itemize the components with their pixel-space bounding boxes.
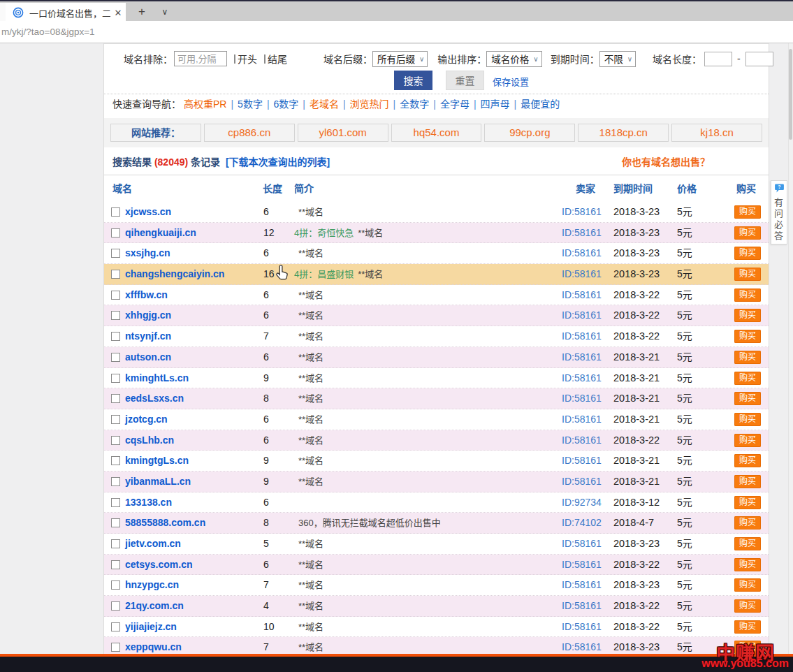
domain-link[interactable]: xfffbw.cn [125, 285, 168, 306]
domain-link[interactable]: qihengkuaiji.cn [125, 223, 196, 244]
domain-link[interactable]: ntsynjf.cn [125, 326, 171, 347]
buy-button[interactable]: 购买 [734, 413, 761, 426]
row-checkbox[interactable] [111, 270, 120, 279]
seller-id-link[interactable]: ID:58161 [562, 388, 602, 409]
seller-id-link[interactable]: ID:58161 [562, 264, 602, 285]
domain-link[interactable]: cetsys.com.cn [125, 555, 193, 576]
domain-link[interactable]: 58855888.com.cn [125, 513, 205, 534]
seller-id-link[interactable]: ID:58161 [562, 347, 602, 368]
buy-button[interactable]: 购买 [734, 537, 761, 550]
address-bar[interactable]: m/ykj/?tao=08&jgpx=1 [0, 21, 793, 43]
quick-nav-link[interactable]: 老域名 [310, 98, 339, 110]
seller-id-link[interactable]: ID:58161 [562, 326, 602, 347]
tab-close-icon[interactable]: ✕ [112, 8, 124, 18]
seller-id-link[interactable]: ID:58161 [562, 596, 602, 617]
scrollbar-track[interactable] [788, 43, 793, 672]
buy-button[interactable]: 购买 [734, 516, 761, 529]
recommend-site-link[interactable]: 1818cp.cn [578, 124, 669, 142]
length-max-input[interactable] [745, 52, 773, 66]
domain-link[interactable]: 21qy.com.cn [125, 596, 184, 617]
row-checkbox[interactable] [111, 415, 120, 424]
domain-link[interactable]: kmingtgLs.cn [125, 451, 189, 472]
domain-link[interactable]: kminghtLs.cn [125, 368, 189, 389]
domain-link[interactable]: eedsLsxs.cn [125, 388, 184, 409]
row-checkbox[interactable] [111, 643, 120, 652]
seller-id-link[interactable]: ID:58161 [562, 555, 602, 576]
seller-id-link[interactable]: ID:58161 [562, 285, 602, 306]
quick-nav-link[interactable]: 6数字 [274, 98, 299, 110]
quick-nav-link[interactable]: 最便宜的 [521, 98, 560, 110]
row-checkbox[interactable] [111, 394, 120, 403]
save-settings-link[interactable]: 保存设置 [493, 75, 529, 88]
buy-button[interactable]: 购买 [734, 247, 761, 260]
buy-button[interactable]: 购买 [734, 558, 761, 571]
row-checkbox[interactable] [111, 456, 120, 465]
recommend-site-link[interactable]: hq54.com [391, 124, 482, 142]
recommend-site-link[interactable]: kj18.cn [671, 124, 762, 142]
seller-id-link[interactable]: ID:58161 [562, 575, 602, 596]
seller-id-link[interactable]: ID:58161 [562, 430, 602, 451]
domain-link[interactable]: xjcwss.cn [125, 202, 171, 223]
row-checkbox[interactable] [111, 539, 120, 548]
buy-button[interactable]: 购买 [734, 434, 761, 447]
domain-link[interactable]: autson.cn [125, 347, 171, 368]
scrollbar-thumb[interactable] [789, 49, 792, 140]
browser-tab[interactable]: 一口价域名出售，二手域名 ✕ [6, 3, 126, 22]
domain-link[interactable]: changshengcaiyin.cn [125, 264, 224, 285]
row-checkbox[interactable] [111, 560, 120, 569]
buy-button[interactable]: 购买 [734, 454, 761, 467]
row-checkbox[interactable] [111, 622, 120, 631]
buy-button[interactable]: 购买 [734, 599, 761, 613]
seller-id-link[interactable]: ID:74102 [562, 513, 602, 534]
domain-link[interactable]: cqsLhb.cn [125, 430, 174, 451]
seller-id-link[interactable]: ID:58161 [562, 617, 602, 638]
row-checkbox[interactable] [111, 332, 120, 341]
suffix-select[interactable]: 所有后缀 ∨ [372, 51, 428, 67]
seller-id-link[interactable]: ID:92734 [562, 492, 602, 513]
exclude-input[interactable] [174, 51, 227, 66]
search-button[interactable]: 搜索 [394, 71, 432, 90]
domain-link[interactable]: yijiajiejz.cn [125, 617, 177, 638]
row-checkbox[interactable] [111, 291, 120, 300]
new-tab-button[interactable]: + [131, 3, 152, 22]
seller-id-link[interactable]: ID:58161 [562, 223, 602, 244]
prefix-checkbox[interactable] [234, 54, 235, 64]
seller-id-link[interactable]: ID:58161 [562, 202, 602, 223]
seller-id-link[interactable]: ID:58161 [562, 305, 602, 326]
seller-id-link[interactable]: ID:58161 [562, 368, 602, 389]
sell-domain-link[interactable]: 你也有域名想出售？ [622, 149, 710, 175]
row-checkbox[interactable] [111, 249, 120, 258]
buy-button[interactable]: 购买 [734, 268, 761, 281]
buy-button[interactable]: 购买 [734, 351, 761, 364]
row-checkbox[interactable] [111, 580, 120, 590]
reset-button[interactable]: 重置 [446, 71, 484, 90]
row-checkbox[interactable] [111, 207, 120, 217]
quick-nav-link[interactable]: 高权重PR [184, 98, 226, 110]
buy-button[interactable]: 购买 [734, 578, 761, 592]
row-checkbox[interactable] [111, 601, 120, 611]
seller-id-link[interactable]: ID:58161 [562, 409, 602, 430]
buy-button[interactable]: 购买 [734, 226, 761, 240]
buy-button[interactable]: 购买 [734, 330, 761, 343]
buy-button[interactable]: 购买 [734, 205, 761, 219]
sort-select[interactable]: 域名价格 ∨ [486, 51, 541, 67]
row-checkbox[interactable] [111, 353, 120, 362]
domain-link[interactable]: jzotcg.cn [125, 409, 168, 430]
expire-select[interactable]: 不限 ∨ [599, 51, 636, 67]
row-checkbox[interactable] [111, 228, 120, 238]
seller-id-link[interactable]: ID:58161 [562, 472, 602, 492]
recommend-site-link[interactable]: 99cp.org [484, 124, 575, 142]
tab-list-dropdown-icon[interactable]: ∨ [155, 3, 175, 22]
row-checkbox[interactable] [111, 477, 120, 486]
row-checkbox[interactable] [111, 518, 120, 527]
buy-button[interactable]: 购买 [734, 496, 761, 509]
qa-floating-widget[interactable]: ? 有问必答 [771, 180, 787, 244]
seller-id-link[interactable]: ID:58161 [562, 451, 602, 472]
quick-nav-link[interactable]: 四声母 [481, 98, 510, 110]
download-list-link[interactable]: [下载本次查询出的列表] [226, 156, 330, 168]
seller-id-link[interactable]: ID:58161 [562, 534, 602, 555]
buy-button[interactable]: 购买 [734, 309, 761, 322]
recommend-site-link[interactable]: cp886.cn [204, 124, 295, 142]
recommend-site-link[interactable]: yl601.com [298, 124, 388, 142]
buy-button[interactable]: 购买 [734, 372, 761, 385]
